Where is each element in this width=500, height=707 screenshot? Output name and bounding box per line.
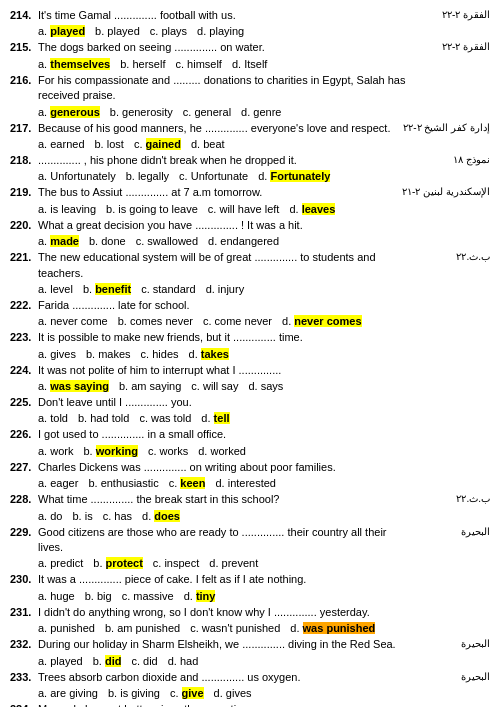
option: b. big [85,590,112,602]
question-number: 222. [10,298,38,313]
question-text: The bus to Assiut .............. at 7 a.… [38,185,402,200]
option: a. generous [38,106,100,118]
option: d. gives [214,687,252,699]
option: b. is [72,510,92,522]
options-row: a. levelb. benefitc. standardd. injury [38,283,490,295]
option: a. played [38,25,85,37]
option: a. predict [38,557,83,569]
options-row: a. themselvesb. herselfc. himselfd. Itse… [38,58,490,70]
option: b. comes never [118,315,193,327]
options-row: a. madeb. donec. swallowedd. endangered [38,235,490,247]
option: c. give [170,687,204,699]
question-number: 221. [10,250,38,265]
options-row: a. workb. workingc. worksd. worked [38,445,490,457]
options-row: a. playedb. playedc. playsd. playing [38,25,490,37]
option: c. has [103,510,132,522]
option: b. protect [93,557,143,569]
question-number: 233. [10,670,38,685]
option: b. makes [86,348,131,360]
options-row: a. Unfortunatelyb. legallyc. Unfortunate… [38,170,490,182]
question-text: Because of his good manners, he ........… [38,121,403,136]
option: c. himself [175,58,221,70]
option: c. standard [141,283,195,295]
question-number: 229. [10,525,38,540]
option: b. herself [120,58,165,70]
question-arabic: البحيرة [410,525,490,539]
option: b. played [95,25,140,37]
question-arabic: البحيرة [410,670,490,684]
option: d. had [168,655,199,667]
question-number: 216. [10,73,38,88]
question-text: During our holiday in Sharm Elsheikh, we… [38,637,410,652]
option: a. was saying [38,380,109,392]
option: d. interested [215,477,276,489]
option: c. hides [141,348,179,360]
option: a. never come [38,315,108,327]
question-row: 225.Don't leave until I .............. y… [10,395,490,410]
option: b. am punished [105,622,180,634]
options-row: a. hugeb. bigc. massived. tiny [38,590,490,602]
question-text: My uncle has got better since the operat… [38,702,410,707]
question-arabic: نموذج ١٨ [410,153,490,167]
option: d. says [248,380,283,392]
option: c. come never [203,315,272,327]
question-text: It's time Gamal .............. football … [38,8,410,23]
option: b. working [83,445,137,457]
question-text: Good citizens are those who are ready to… [38,525,410,556]
option: a. is leaving [38,203,96,215]
question-text: The new educational system will be of gr… [38,250,410,281]
options-row: a. generousb. generosityc. generald. gen… [38,106,490,118]
option: c. keen [169,477,206,489]
option: d. leaves [289,203,335,215]
option: c. plays [150,25,187,37]
option: d. tiny [184,590,216,602]
option: b. lost [95,138,124,150]
question-number: 223. [10,330,38,345]
question-row: 223.It is possible to make new friends, … [10,330,490,345]
question-row: 218............... , his phone didn't br… [10,153,490,168]
option: c. wasn't punished [190,622,280,634]
content: 214.It's time Gamal .............. footb… [10,8,490,707]
option: c. will say [191,380,238,392]
option: a. eager [38,477,78,489]
question-row: 230.It was a .............. piece of cak… [10,572,490,587]
question-text: .............. , his phone didn't break … [38,153,410,168]
option: a. work [38,445,73,457]
option: d. worked [198,445,246,457]
option: b. am saying [119,380,181,392]
option: a. gives [38,348,76,360]
question-row: 233.Trees absorb carbon dioxide and ....… [10,670,490,685]
question-number: 217. [10,121,38,136]
question-arabic: ب.ث.٢٢ [410,492,490,506]
option: c. general [183,106,231,118]
question-number: 228. [10,492,38,507]
option: a. themselves [38,58,110,70]
question-row: 226.I got used to .............. in a sm… [10,427,490,442]
question-row: 227.Charles Dickens was .............. o… [10,460,490,475]
question-number: 225. [10,395,38,410]
question-number: 224. [10,363,38,378]
question-number: 231. [10,605,38,620]
options-row: a. punishedb. am punishedc. wasn't punis… [38,622,490,634]
options-row: a. earnedb. lostc. gainedd. beat [38,138,490,150]
question-text: Trees absorb carbon dioxide and ........… [38,670,410,685]
option: c. inspect [153,557,199,569]
option: c. will have left [208,203,280,215]
option: b. benefit [83,283,131,295]
question-arabic: إدارة كفر الشيخ ٢-٢٢ [403,121,490,135]
options-row: a. givesb. makesc. hidesd. takes [38,348,490,360]
question-text: It is possible to make new friends, but … [38,330,410,345]
question-arabic: البحيرة [410,637,490,651]
question-text: What time .............. the break start… [38,492,410,507]
question-row: 219.The bus to Assiut .............. at … [10,185,490,200]
option: c. massive [122,590,174,602]
option: a. do [38,510,62,522]
option: d. beat [191,138,225,150]
question-row: 231.I didn't do anything wrong, so I don… [10,605,490,620]
question-row: 229.Good citizens are those who are read… [10,525,490,556]
question-row: 228.What time .............. the break s… [10,492,490,507]
option: d. tell [201,412,229,424]
option: d. endangered [208,235,279,247]
question-row: 221.The new educational system will be o… [10,250,490,281]
option: d. playing [197,25,244,37]
